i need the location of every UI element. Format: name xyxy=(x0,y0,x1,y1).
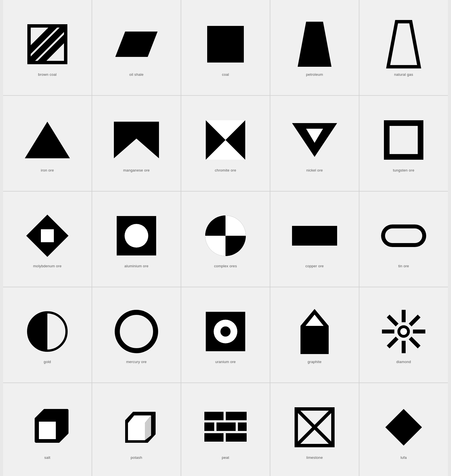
chromite-ore-label: chromite ore xyxy=(215,168,236,172)
svg-marker-5 xyxy=(115,32,158,57)
diamond-icon xyxy=(378,306,429,357)
nickel-ore-label: nickel ore xyxy=(306,168,323,172)
molybdenum-ore-label: molybdenum ore xyxy=(33,264,61,268)
svg-point-30 xyxy=(220,326,231,337)
svg-rect-63 xyxy=(204,433,224,442)
limestone-label: limestone xyxy=(306,455,323,460)
cell-complex-ores: complex ores xyxy=(181,192,270,287)
tungsten-ore-icon xyxy=(378,115,429,165)
cell-tungsten-ore: tungsten ore xyxy=(359,96,448,191)
cell-copper-ore: copper ore xyxy=(270,192,359,287)
natural-gas-label: natural gas xyxy=(394,72,413,77)
svg-rect-60 xyxy=(204,422,214,431)
salt-label: salt xyxy=(44,455,50,460)
svg-point-27 xyxy=(117,312,156,351)
complex-ores-label: complex ores xyxy=(214,264,237,268)
petroleum-label: petroleum xyxy=(306,72,323,77)
coal-icon xyxy=(200,19,251,70)
limestone-icon xyxy=(289,402,340,453)
uranium-ore-icon xyxy=(200,306,251,357)
manganese-ore-label: manganese ore xyxy=(123,168,150,172)
cell-uranium-ore: uranium ore xyxy=(181,287,270,382)
iron-ore-label: iron ore xyxy=(41,168,54,172)
svg-line-41 xyxy=(412,317,418,324)
svg-marker-7 xyxy=(298,22,331,67)
gold-label: gold xyxy=(44,360,51,364)
cell-lufa: lufa xyxy=(359,383,448,476)
svg-rect-59 xyxy=(226,412,247,420)
cell-tin-ore: tin ore xyxy=(359,192,448,287)
cell-salt: salt xyxy=(3,383,92,476)
svg-marker-9 xyxy=(25,122,70,158)
svg-marker-55 xyxy=(128,423,145,440)
potash-label: potash xyxy=(131,455,142,460)
copper-ore-icon xyxy=(289,210,340,261)
cell-brown-coal: brown coal xyxy=(3,0,92,95)
cell-limestone: limestone xyxy=(270,383,359,476)
cell-oil-shale: oil shale xyxy=(92,0,181,95)
cell-aluminium-ore: aluminium ore xyxy=(92,192,181,287)
oil-shale-icon xyxy=(111,19,162,70)
cell-molybdenum-ore: molybdenum ore xyxy=(3,192,92,287)
tin-ore-label: tin ore xyxy=(398,264,409,268)
svg-marker-10 xyxy=(114,122,159,158)
salt-icon xyxy=(22,402,73,453)
svg-line-40 xyxy=(412,339,418,346)
svg-point-21 xyxy=(125,224,148,248)
peat-icon xyxy=(200,402,251,453)
brown-coal-label: brown coal xyxy=(38,72,57,77)
cell-gold: gold xyxy=(3,287,92,382)
molybdenum-ore-icon xyxy=(22,210,73,261)
svg-rect-62 xyxy=(238,422,247,431)
manganese-ore-icon xyxy=(111,115,162,165)
svg-marker-51 xyxy=(39,422,56,439)
uranium-ore-label: uranium ore xyxy=(215,360,236,364)
cell-peat: peat xyxy=(181,383,270,476)
svg-rect-58 xyxy=(204,412,224,420)
graphite-label: graphite xyxy=(308,360,321,364)
complex-ores-icon xyxy=(200,210,251,261)
coal-label: coal xyxy=(222,72,229,77)
svg-marker-8 xyxy=(388,22,419,67)
svg-rect-17 xyxy=(390,126,418,154)
potash-icon xyxy=(111,402,162,453)
nickel-ore-icon xyxy=(289,115,340,165)
graphite-icon xyxy=(289,306,340,357)
svg-rect-6 xyxy=(207,26,244,63)
aluminium-ore-label: aluminium ore xyxy=(124,264,149,268)
svg-marker-68 xyxy=(385,409,422,446)
svg-rect-19 xyxy=(41,229,54,242)
peat-label: peat xyxy=(222,455,229,460)
iron-ore-icon xyxy=(22,115,73,165)
svg-line-42 xyxy=(390,339,396,346)
cell-diamond: diamond xyxy=(359,287,448,382)
copper-ore-label: copper ore xyxy=(305,264,324,268)
tungsten-ore-label: tungsten ore xyxy=(393,168,414,172)
svg-rect-61 xyxy=(216,422,236,431)
chromite-ore-icon xyxy=(200,115,251,165)
cell-iron-ore: iron ore xyxy=(3,96,92,191)
gold-icon xyxy=(22,306,73,357)
svg-point-44 xyxy=(400,328,407,335)
cell-natural-gas: natural gas xyxy=(359,0,448,95)
cell-manganese-ore: manganese ore xyxy=(92,96,181,191)
mercury-ore-icon xyxy=(111,306,162,357)
aluminium-ore-icon xyxy=(111,210,162,261)
diamond-label: diamond xyxy=(396,360,411,364)
lufa-label: lufa xyxy=(401,455,407,460)
tin-ore-icon xyxy=(378,210,429,261)
svg-rect-64 xyxy=(226,433,247,442)
petroleum-icon xyxy=(289,19,340,70)
cell-coal: coal xyxy=(181,0,270,95)
lufa-icon xyxy=(378,402,429,453)
svg-rect-23 xyxy=(292,226,337,246)
cell-chromite-ore: chromite ore xyxy=(181,96,270,191)
cell-mercury-ore: mercury ore xyxy=(92,287,181,382)
cell-petroleum: petroleum xyxy=(270,0,359,95)
natural-gas-icon xyxy=(378,19,429,70)
cell-graphite: graphite xyxy=(270,287,359,382)
cell-potash: potash xyxy=(92,383,181,476)
icon-grid: brown coal oil shale coal petroleum xyxy=(3,0,448,476)
cell-nickel-ore: nickel ore xyxy=(270,96,359,191)
mercury-ore-label: mercury ore xyxy=(126,360,147,364)
